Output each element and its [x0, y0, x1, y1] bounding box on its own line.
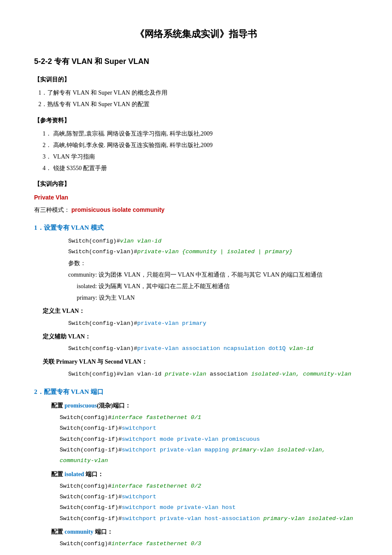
num-heading-1: 1．设置专有 VLAN 模式: [34, 222, 358, 234]
cmd-i-prefix-1: Switch(config)#: [60, 483, 112, 489]
param-primary: primary: 设为主 VLAN: [77, 292, 358, 303]
cmd-p-code-3: switchport mode private-vlan promiscuous: [122, 436, 260, 442]
cmd-1-1: Switch(config)#vlan vlan-id: [68, 236, 358, 246]
cmd-define-main: Switch(config-vlan)#private-vlan primary: [68, 318, 358, 329]
param-community: community: 设为团体 VLAN，只能在同一 VLAN 中互相通信，不能…: [68, 269, 358, 280]
main-title: 《网络系统集成实训》指导书: [34, 26, 358, 43]
section-title: 5-2-2 专有 VLAN 和 Super VLAN: [34, 55, 358, 68]
cmd-i-prefix-3: Switch(config-if)#: [60, 504, 122, 511]
cmd-p-prefix-2: Switch(config-if)#: [60, 425, 122, 431]
cmd-associate: Switch(config)#vlan vlan-id private-vlan…: [68, 369, 358, 379]
cmd-code-associate-italic: private-vlan: [165, 371, 206, 377]
references-label: 【参考资料】: [34, 115, 358, 126]
cmd-prefix-define-aux: Switch(config-vlan)#: [68, 345, 137, 352]
cmd-prefix-1-2: Switch(config-vlan)#: [68, 249, 137, 255]
cmd-code-define-main: private-vlan primary: [137, 320, 206, 327]
cmd-i-prefix-2: Switch(config-if)#: [60, 494, 122, 500]
cmd-i-code-2: switchport: [122, 494, 156, 500]
cmd-p-prefix-3: Switch(config-if)#: [60, 436, 122, 442]
cmd-c-prefix-1: Switch(config)#: [60, 541, 112, 547]
cmd-p-code-4a: switchport private-vlan mapping: [122, 447, 232, 453]
num-section-1: 1．设置专有 VLAN 模式 Switch(config)#vlan vlan-…: [34, 222, 358, 379]
cmd-p-3: Switch(config-if)#switchport mode privat…: [60, 434, 358, 445]
purpose-label: 【实训目的】: [34, 74, 358, 85]
cmd-p-code-4b: primary-vlan isolated-vlan,: [232, 447, 326, 453]
configure-community-title: 配置 community 端口：: [51, 526, 358, 537]
cmd-code-1-2: private-vlan {community | isolated | pri…: [137, 249, 293, 255]
ref-item-3: 3． VLAN 学习指南: [43, 151, 358, 162]
cmd-i-code-4a: switchport private-vlan host-association: [122, 515, 263, 522]
cmd-p-1: Switch(config)#interface fastethernet 0/…: [60, 413, 358, 423]
cmd-prefix-1-1: Switch(config)#: [68, 238, 120, 244]
associate-vlan-title: 关联 Primary VLAN 与 Second VLAN：: [43, 356, 358, 367]
cmd-i-code-4b: primary-vlan isolated-vlan: [263, 515, 353, 522]
cmd-p-prefix-4: Switch(config-if)#: [60, 447, 122, 453]
cmd-define-aux: Switch(config-vlan)#private-vlan associa…: [68, 344, 358, 354]
param-isolated: isolated: 设为隔离 VLAN，其中端口在二层上不能互相通信: [77, 281, 358, 292]
cmd-i-2: Switch(config-if)#switchport: [60, 492, 358, 502]
cmd-code-1-1: vlan vlan-id: [120, 238, 161, 244]
modes-values: promisicuous isolate community: [72, 206, 165, 213]
cmd-i-prefix-4: Switch(config-if)#: [60, 515, 122, 522]
ref-item-1: 1． 高峡,陈智罡,袁宗福. 网络设备互连学习指南, 科学出版社,2009: [43, 128, 358, 139]
modes-label: 有三种模式：: [34, 207, 70, 213]
cmd-c-1: Switch(config)#interface fastethernet 0/…: [60, 539, 358, 549]
cmd-p-4-cont: community-vlan: [60, 456, 358, 466]
cmd-i-code-1: interface fastethernet 0/2: [112, 483, 202, 489]
cmd-prefix-associate: Switch(config)#: [68, 371, 120, 377]
define-main-vlan-title: 定义主 VLAN：: [43, 306, 358, 316]
ref-item-4: 4． 锐捷 S3550 配置手册: [43, 163, 358, 173]
define-aux-vlan-title: 定义辅助 VLAN：: [43, 331, 358, 342]
purpose-item-1: 1．了解专有 VLAN 和 Super VLAN 的概念及作用: [38, 87, 358, 98]
configure-isolated-title: 配置 isolated 端口：: [51, 469, 358, 480]
cmd-i-3: Switch(config-if)#switchport mode privat…: [60, 503, 358, 513]
cmd-code-associate-assoc: association: [206, 371, 251, 377]
cmd-code-associate-vars: isolated-vlan, community-vlan: [251, 371, 351, 377]
private-vlan-heading: Private Vlan: [34, 192, 358, 203]
cmd-i-4: Switch(config-if)#switchport private-vla…: [60, 514, 358, 524]
cmd-p-prefix-1: Switch(config)#: [60, 414, 112, 421]
content-section: 【实训内容】 Private Vlan 有三种模式： promisicuous …: [34, 179, 358, 549]
num-section-2: 2．配置专有 VLAN 端口 配置 promiscuous(混杂)端口： Swi…: [34, 386, 358, 549]
param-label: 参数：: [68, 258, 358, 269]
purpose-item-2: 2．熟练专有 VLAN 和 Super VLAN 的配置: [38, 99, 358, 110]
purpose-list: 1．了解专有 VLAN 和 Super VLAN 的概念及作用 2．熟练专有 V…: [34, 87, 358, 110]
cmd-1-2: Switch(config-vlan)#private-vlan {commun…: [68, 247, 358, 257]
cmd-p-code-1: interface fastethernet 0/1: [112, 414, 202, 421]
configure-promiscuous-title: 配置 promiscuous(混杂)端口：: [51, 400, 358, 411]
cmd-code-define-aux: private-vlan association ncapsulation do…: [137, 345, 313, 352]
modes-line: 有三种模式： promisicuous isolate community: [34, 205, 358, 215]
cmd-i-code-3: switchport mode private-vlan host: [122, 504, 236, 511]
cmd-c-code-1: interface fastethernet 0/3: [112, 541, 202, 547]
cmd-p-code-2: switchport: [122, 425, 156, 431]
ref-item-2: 2． 高峡,钟喻剑,李永俊. 网络设备互连实验指南, 科学出版社,2009: [43, 140, 358, 150]
cmd-p-2: Switch(config-if)#switchport: [60, 423, 358, 434]
num-heading-2: 2．配置专有 VLAN 端口: [34, 386, 358, 398]
cmd-code-associate-static: vlan vlan-id: [120, 371, 165, 377]
cmd-p-code-4c: community-vlan: [60, 457, 108, 464]
cmd-i-1: Switch(config)#interface fastethernet 0/…: [60, 481, 358, 491]
references-section: 【参考资料】 1． 高峡,陈智罡,袁宗福. 网络设备互连学习指南, 科学出版社,…: [34, 115, 358, 174]
cmd-prefix-define-main: Switch(config-vlan)#: [68, 320, 137, 327]
cmd-p-4: Switch(config-if)#switchport private-vla…: [60, 445, 358, 455]
content-label: 【实训内容】: [34, 179, 358, 189]
references-list: 1． 高峡,陈智罡,袁宗福. 网络设备互连学习指南, 科学出版社,2009 2．…: [34, 128, 358, 174]
purpose-section: 【实训目的】 1．了解专有 VLAN 和 Super VLAN 的概念及作用 2…: [34, 74, 358, 110]
